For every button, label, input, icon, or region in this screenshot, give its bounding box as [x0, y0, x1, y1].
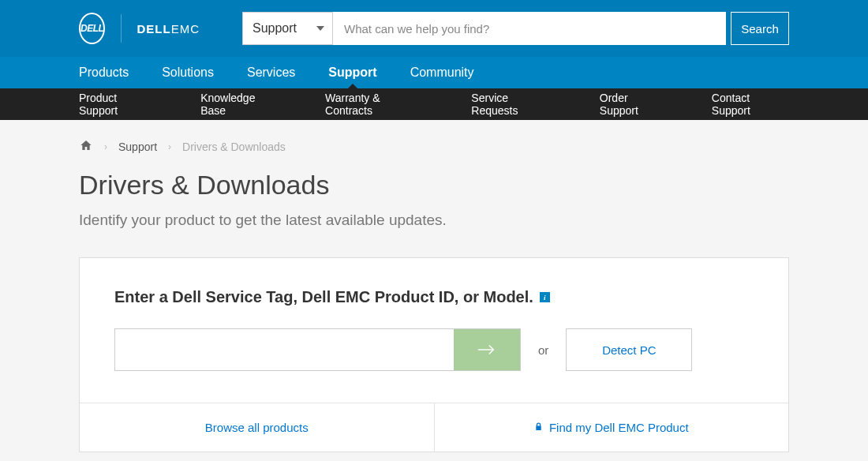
nav-services[interactable]: Services [247, 66, 295, 80]
service-tag-input[interactable] [115, 329, 454, 370]
submit-button[interactable] [454, 329, 520, 370]
sub-nav: Product Support Knowledge Base Warranty … [0, 88, 868, 120]
detect-pc-button[interactable]: Detect PC [566, 328, 692, 371]
lock-icon [534, 421, 543, 434]
content-area: › Support › Drivers & Downloads Drivers … [0, 120, 868, 452]
nav-solutions[interactable]: Solutions [162, 66, 214, 80]
search-group: Support Search [242, 12, 789, 45]
lookup-card: Enter a Dell Service Tag, Dell EMC Produ… [79, 257, 789, 452]
subnav-service-requests[interactable]: Service Requests [471, 92, 555, 117]
chevron-down-icon [316, 26, 324, 31]
info-icon[interactable]: i [540, 292, 550, 302]
dellemc-logo[interactable]: DELLEMC [137, 22, 200, 36]
nav-community[interactable]: Community [410, 66, 474, 80]
browse-all-products-link[interactable]: Browse all products [80, 403, 434, 452]
breadcrumb-current: Drivers & Downloads [182, 141, 286, 153]
nav-products[interactable]: Products [79, 66, 129, 80]
card-heading-text: Enter a Dell Service Tag, Dell EMC Produ… [114, 288, 533, 306]
chevron-right-icon: › [104, 141, 107, 152]
arrow-right-icon [476, 342, 498, 358]
chevron-right-icon: › [168, 141, 171, 152]
subnav-knowledge-base[interactable]: Knowledge Base [200, 92, 281, 117]
subnav-order-support[interactable]: Order Support [600, 92, 668, 117]
search-category-label: Support [253, 21, 297, 36]
home-icon[interactable] [79, 139, 93, 154]
search-input[interactable] [333, 12, 726, 45]
breadcrumb: › Support › Drivers & Downloads [79, 120, 789, 170]
lookup-row: or Detect PC [114, 328, 754, 371]
subnav-warranty-contracts[interactable]: Warranty & Contracts [325, 92, 427, 117]
search-button[interactable]: Search [731, 12, 789, 45]
dell-logo[interactable]: DELL [79, 13, 105, 44]
browse-row: Browse all products Find my Dell EMC Pro… [80, 403, 788, 452]
nav-support[interactable]: Support [328, 66, 376, 80]
breadcrumb-support[interactable]: Support [118, 141, 157, 153]
or-label: or [538, 343, 548, 357]
top-bar: DELL DELLEMC Support Search [0, 0, 868, 57]
search-category-select[interactable]: Support [242, 12, 333, 45]
page-subtitle: Identify your product to get the latest … [79, 212, 789, 229]
card-heading: Enter a Dell Service Tag, Dell EMC Produ… [114, 288, 754, 306]
subnav-contact-support[interactable]: Contact Support [712, 92, 789, 117]
lookup-box [114, 328, 521, 371]
subnav-product-support[interactable]: Product Support [79, 92, 156, 117]
find-emc-product-link[interactable]: Find my Dell EMC Product [434, 403, 789, 452]
page-title: Drivers & Downloads [79, 170, 789, 201]
dell-logo-text: DELL [80, 23, 103, 34]
find-emc-label: Find my Dell EMC Product [549, 421, 689, 434]
main-nav: Products Solutions Services Support Comm… [0, 57, 868, 88]
browse-all-label: Browse all products [205, 421, 309, 434]
